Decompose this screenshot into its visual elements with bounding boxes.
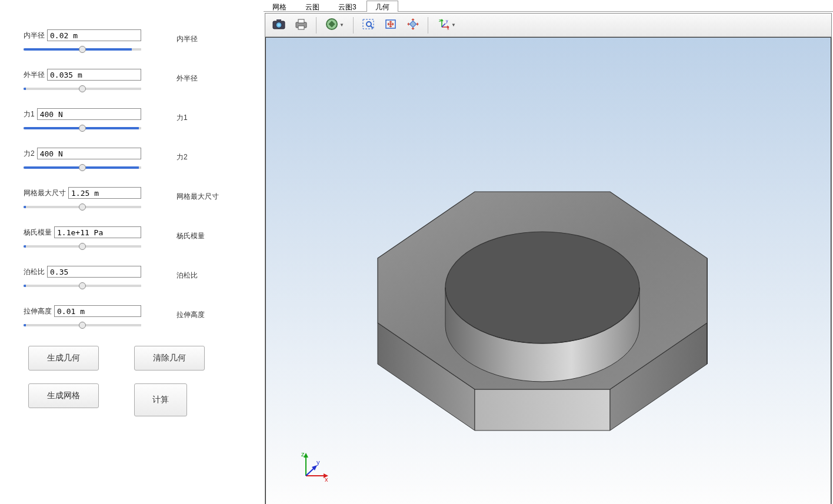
zoom-box-icon (361, 18, 375, 32)
toolbar-separator (316, 17, 316, 34)
svg-text:z: z (439, 18, 441, 22)
force2-input[interactable] (37, 148, 141, 159)
viewer-toolbar: ▼ (265, 14, 831, 37)
extrude-height-label: 拉伸高度 (24, 306, 52, 316)
svg-text:z: z (301, 450, 305, 458)
outer-radius-slider[interactable] (24, 88, 141, 90)
geometry-render (266, 38, 831, 502)
inner-radius-input[interactable] (47, 29, 141, 41)
extrude-height-slider[interactable] (24, 324, 141, 326)
force1-right-label: 力1 (176, 113, 188, 123)
render-mode-button[interactable]: ▼ (321, 16, 348, 35)
tab-cloud3[interactable]: 云图3 (329, 1, 365, 12)
inner-radius-right-label: 内半径 (176, 34, 198, 44)
parameter-panel: 内半径 内半径 外半径 外半径 力1 力1 力 (0, 0, 264, 504)
svg-text:y: y (316, 459, 320, 466)
poisson-slider[interactable] (24, 285, 141, 287)
chevron-down-icon: ▼ (339, 22, 344, 28)
viewer-frame: ▼ (265, 13, 832, 504)
tab-bar: 网格 云图 云图3 几何 (264, 0, 833, 12)
orientation-button[interactable]: z y x ▼ (433, 16, 460, 35)
printer-icon (294, 18, 308, 32)
zoom-selection-button[interactable] (403, 16, 423, 35)
inner-radius-label: 内半径 (24, 31, 45, 41)
block-icon (325, 18, 338, 32)
force2-label: 力2 (24, 149, 35, 159)
mesh-max-input[interactable] (68, 187, 141, 199)
svg-text:y: y (446, 19, 448, 24)
snapshot-button[interactable] (269, 16, 289, 35)
mesh-max-slider[interactable] (24, 206, 141, 208)
poisson-label: 泊松比 (24, 267, 45, 277)
extrude-height-input[interactable] (54, 305, 141, 317)
zoom-region-button[interactable] (358, 16, 378, 35)
zoom-fit-button[interactable] (381, 16, 401, 35)
tab-mesh[interactable]: 网格 (264, 1, 295, 12)
outer-radius-input[interactable] (47, 69, 141, 81)
poisson-input[interactable] (47, 266, 141, 278)
youngs-modulus-group: 杨氏模量 杨氏模量 (24, 226, 240, 249)
svg-rect-5 (298, 19, 304, 23)
mesh-max-right-label: 网格最大尺寸 (176, 192, 219, 202)
inner-radius-slider[interactable] (24, 48, 141, 51)
extrude-height-right-label: 拉伸高度 (176, 310, 205, 320)
compute-button[interactable]: 计算 (134, 383, 187, 416)
svg-rect-1 (276, 19, 281, 22)
fit-extent-icon (384, 18, 398, 32)
axes-icon: z y x (437, 18, 450, 32)
force2-slider[interactable] (24, 166, 141, 169)
svg-text:x: x (447, 26, 449, 31)
svg-marker-21 (475, 389, 610, 430)
force1-group: 力1 力1 (24, 108, 240, 131)
force1-slider[interactable] (24, 127, 141, 129)
mesh-max-label: 网格最大尺寸 (24, 188, 66, 198)
svg-rect-13 (409, 21, 416, 27)
outer-radius-right-label: 外半径 (176, 74, 198, 84)
camera-icon (272, 18, 286, 32)
force2-group: 力2 力2 (24, 148, 240, 171)
chevron-down-icon: ▼ (451, 22, 456, 28)
tab-geometry[interactable]: 几何 (366, 1, 398, 12)
generate-geometry-button[interactable]: 生成几何 (28, 346, 99, 371)
3d-viewport[interactable]: z y x (265, 37, 831, 504)
youngs-modulus-slider[interactable] (24, 245, 141, 248)
clear-geometry-button[interactable]: 清除几何 (134, 346, 205, 371)
zoom-diamond-icon (406, 18, 420, 32)
view-triad: z y x (295, 449, 331, 486)
svg-line-11 (371, 26, 373, 28)
outer-radius-label: 外半径 (24, 70, 45, 80)
youngs-modulus-input[interactable] (54, 226, 141, 238)
youngs-modulus-label: 杨氏模量 (24, 228, 52, 238)
mesh-max-group: 网格最大尺寸 网格最大尺寸 (24, 187, 240, 210)
svg-point-27 (445, 232, 639, 343)
youngs-modulus-right-label: 杨氏模量 (176, 231, 205, 241)
svg-point-3 (278, 24, 281, 26)
inner-radius-group: 内半径 内半径 (24, 29, 240, 52)
toolbar-separator (428, 17, 428, 34)
viewer-panel: 网格 云图 云图3 几何 ▼ (264, 0, 833, 504)
extrude-height-group: 拉伸高度 拉伸高度 (24, 305, 240, 328)
outer-radius-group: 外半径 外半径 (24, 69, 240, 92)
print-button[interactable] (291, 16, 311, 35)
toolbar-separator (353, 17, 354, 34)
poisson-group: 泊松比 泊松比 (24, 266, 240, 289)
svg-line-16 (442, 24, 445, 27)
svg-text:x: x (325, 476, 328, 483)
poisson-right-label: 泊松比 (176, 271, 198, 281)
force2-right-label: 力2 (176, 152, 188, 162)
svg-rect-6 (298, 26, 304, 29)
force1-label: 力1 (24, 109, 35, 119)
svg-point-10 (366, 22, 371, 26)
generate-mesh-button[interactable]: 生成网格 (28, 383, 99, 408)
force1-input[interactable] (37, 108, 141, 120)
tab-cloud[interactable]: 云图 (296, 1, 328, 12)
